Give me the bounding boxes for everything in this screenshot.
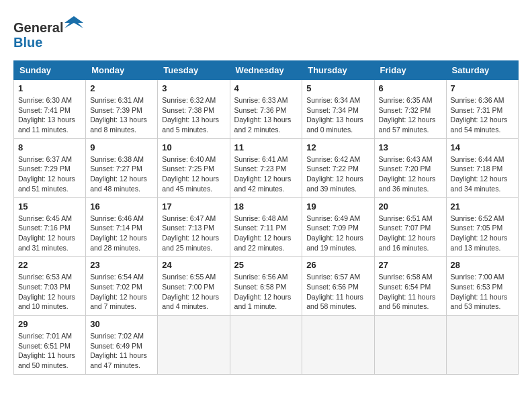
day-number: 19 bbox=[306, 201, 369, 212]
calendar-day: 26 Sunrise: 6:57 AM Sunset: 6:56 PM Dayl… bbox=[302, 257, 374, 316]
day-info: Sunrise: 6:37 AM Sunset: 7:29 PM Dayligh… bbox=[18, 154, 81, 194]
calendar-day: 27 Sunrise: 6:58 AM Sunset: 6:54 PM Dayl… bbox=[374, 257, 446, 316]
calendar-day: 20 Sunrise: 6:51 AM Sunset: 7:07 PM Dayl… bbox=[374, 197, 446, 257]
day-number: 14 bbox=[451, 142, 514, 152]
calendar-week-3: 15 Sunrise: 6:45 AM Sunset: 7:16 PM Dayl… bbox=[14, 197, 519, 257]
day-number: 12 bbox=[306, 142, 369, 152]
calendar-day: 7 Sunrise: 6:36 AM Sunset: 7:31 PM Dayli… bbox=[446, 80, 518, 139]
col-header-saturday: Saturday bbox=[446, 61, 518, 80]
calendar-table: SundayMondayTuesdayWednesdayThursdayFrid… bbox=[13, 60, 519, 375]
day-number: 6 bbox=[379, 83, 442, 93]
day-info: Sunrise: 6:38 AM Sunset: 7:27 PM Dayligh… bbox=[90, 154, 153, 194]
logo: General Blue bbox=[13, 13, 83, 50]
day-info: Sunrise: 6:33 AM Sunset: 7:36 PM Dayligh… bbox=[234, 95, 298, 135]
day-number: 2 bbox=[90, 83, 153, 93]
calendar-day: 3 Sunrise: 6:32 AM Sunset: 7:38 PM Dayli… bbox=[158, 80, 230, 139]
calendar-day: 12 Sunrise: 6:42 AM Sunset: 7:22 PM Dayl… bbox=[302, 138, 374, 197]
day-info: Sunrise: 6:42 AM Sunset: 7:22 PM Dayligh… bbox=[306, 154, 369, 194]
logo-text: General bbox=[13, 13, 83, 35]
calendar-day: 13 Sunrise: 6:43 AM Sunset: 7:20 PM Dayl… bbox=[374, 138, 446, 197]
logo-blue-text: Blue bbox=[13, 35, 83, 50]
day-number: 15 bbox=[18, 201, 81, 212]
day-number: 30 bbox=[90, 319, 153, 329]
day-number: 13 bbox=[379, 142, 442, 152]
day-info: Sunrise: 6:36 AM Sunset: 7:31 PM Dayligh… bbox=[451, 95, 514, 135]
day-info: Sunrise: 7:00 AM Sunset: 6:53 PM Dayligh… bbox=[451, 272, 514, 312]
day-number: 10 bbox=[162, 142, 225, 152]
day-number: 25 bbox=[234, 260, 298, 270]
day-number: 17 bbox=[162, 201, 225, 212]
calendar-day: 4 Sunrise: 6:33 AM Sunset: 7:36 PM Dayli… bbox=[230, 80, 302, 139]
calendar-day: 5 Sunrise: 6:34 AM Sunset: 7:34 PM Dayli… bbox=[302, 80, 374, 139]
day-info: Sunrise: 6:30 AM Sunset: 7:41 PM Dayligh… bbox=[18, 95, 81, 135]
day-number: 20 bbox=[379, 201, 442, 212]
day-number: 4 bbox=[234, 83, 298, 93]
calendar-week-5: 29 Sunrise: 7:01 AM Sunset: 6:51 PM Dayl… bbox=[14, 316, 519, 375]
calendar-day: 24 Sunrise: 6:55 AM Sunset: 7:00 PM Dayl… bbox=[158, 257, 230, 316]
calendar-day bbox=[230, 316, 302, 375]
day-number: 28 bbox=[451, 260, 514, 270]
calendar-day: 8 Sunrise: 6:37 AM Sunset: 7:29 PM Dayli… bbox=[14, 138, 86, 197]
calendar-day: 2 Sunrise: 6:31 AM Sunset: 7:39 PM Dayli… bbox=[86, 80, 158, 139]
day-info: Sunrise: 6:47 AM Sunset: 7:13 PM Dayligh… bbox=[162, 214, 225, 253]
col-header-thursday: Thursday bbox=[302, 61, 374, 80]
day-info: Sunrise: 7:02 AM Sunset: 6:49 PM Dayligh… bbox=[90, 331, 153, 371]
day-info: Sunrise: 6:55 AM Sunset: 7:00 PM Dayligh… bbox=[162, 272, 225, 312]
day-info: Sunrise: 6:44 AM Sunset: 7:18 PM Dayligh… bbox=[451, 154, 514, 194]
col-header-monday: Monday bbox=[86, 61, 158, 80]
day-number: 5 bbox=[306, 83, 369, 93]
calendar-week-4: 22 Sunrise: 6:53 AM Sunset: 7:03 PM Dayl… bbox=[14, 257, 519, 316]
day-info: Sunrise: 6:56 AM Sunset: 6:58 PM Dayligh… bbox=[234, 272, 298, 312]
day-info: Sunrise: 6:41 AM Sunset: 7:23 PM Dayligh… bbox=[234, 154, 298, 194]
day-info: Sunrise: 6:57 AM Sunset: 6:56 PM Dayligh… bbox=[306, 272, 369, 312]
day-info: Sunrise: 6:40 AM Sunset: 7:25 PM Dayligh… bbox=[162, 154, 225, 194]
day-number: 18 bbox=[234, 201, 298, 212]
calendar-day: 28 Sunrise: 7:00 AM Sunset: 6:53 PM Dayl… bbox=[446, 257, 518, 316]
calendar-day: 18 Sunrise: 6:48 AM Sunset: 7:11 PM Dayl… bbox=[230, 197, 302, 257]
day-info: Sunrise: 7:01 AM Sunset: 6:51 PM Dayligh… bbox=[18, 331, 81, 371]
day-number: 26 bbox=[306, 260, 369, 270]
svg-marker-0 bbox=[64, 16, 83, 28]
calendar-week-2: 8 Sunrise: 6:37 AM Sunset: 7:29 PM Dayli… bbox=[14, 138, 519, 197]
day-info: Sunrise: 6:53 AM Sunset: 7:03 PM Dayligh… bbox=[18, 272, 81, 312]
day-number: 9 bbox=[90, 142, 153, 152]
day-info: Sunrise: 6:54 AM Sunset: 7:02 PM Dayligh… bbox=[90, 272, 153, 312]
calendar-day bbox=[302, 316, 374, 375]
calendar-day bbox=[374, 316, 446, 375]
calendar-day: 9 Sunrise: 6:38 AM Sunset: 7:27 PM Dayli… bbox=[86, 138, 158, 197]
calendar-day: 6 Sunrise: 6:35 AM Sunset: 7:32 PM Dayli… bbox=[374, 80, 446, 139]
page-header: General Blue bbox=[13, 13, 519, 50]
day-number: 7 bbox=[451, 83, 514, 93]
day-info: Sunrise: 6:31 AM Sunset: 7:39 PM Dayligh… bbox=[90, 95, 153, 135]
calendar-week-1: 1 Sunrise: 6:30 AM Sunset: 7:41 PM Dayli… bbox=[14, 80, 519, 139]
calendar-day: 21 Sunrise: 6:52 AM Sunset: 7:05 PM Dayl… bbox=[446, 197, 518, 257]
day-number: 21 bbox=[451, 201, 514, 212]
day-info: Sunrise: 6:45 AM Sunset: 7:16 PM Dayligh… bbox=[18, 214, 81, 253]
day-number: 27 bbox=[379, 260, 442, 270]
day-info: Sunrise: 6:48 AM Sunset: 7:11 PM Dayligh… bbox=[234, 214, 298, 253]
calendar-day: 10 Sunrise: 6:40 AM Sunset: 7:25 PM Dayl… bbox=[158, 138, 230, 197]
calendar-day: 22 Sunrise: 6:53 AM Sunset: 7:03 PM Dayl… bbox=[14, 257, 86, 316]
day-number: 23 bbox=[90, 260, 153, 270]
day-number: 16 bbox=[90, 201, 153, 212]
calendar-day: 14 Sunrise: 6:44 AM Sunset: 7:18 PM Dayl… bbox=[446, 138, 518, 197]
day-info: Sunrise: 6:49 AM Sunset: 7:09 PM Dayligh… bbox=[306, 214, 369, 253]
calendar-day: 16 Sunrise: 6:46 AM Sunset: 7:14 PM Dayl… bbox=[86, 197, 158, 257]
calendar-day: 25 Sunrise: 6:56 AM Sunset: 6:58 PM Dayl… bbox=[230, 257, 302, 316]
day-info: Sunrise: 6:46 AM Sunset: 7:14 PM Dayligh… bbox=[90, 214, 153, 253]
col-header-tuesday: Tuesday bbox=[158, 61, 230, 80]
col-header-friday: Friday bbox=[374, 61, 446, 80]
day-number: 29 bbox=[18, 319, 81, 329]
day-number: 3 bbox=[162, 83, 225, 93]
calendar-day: 19 Sunrise: 6:49 AM Sunset: 7:09 PM Dayl… bbox=[302, 197, 374, 257]
calendar-day bbox=[446, 316, 518, 375]
day-info: Sunrise: 6:32 AM Sunset: 7:38 PM Dayligh… bbox=[162, 95, 225, 135]
col-header-wednesday: Wednesday bbox=[230, 61, 302, 80]
day-number: 22 bbox=[18, 260, 81, 270]
day-info: Sunrise: 6:51 AM Sunset: 7:07 PM Dayligh… bbox=[379, 214, 442, 253]
calendar-day: 11 Sunrise: 6:41 AM Sunset: 7:23 PM Dayl… bbox=[230, 138, 302, 197]
day-number: 11 bbox=[234, 142, 298, 152]
calendar-day: 30 Sunrise: 7:02 AM Sunset: 6:49 PM Dayl… bbox=[86, 316, 158, 375]
col-header-sunday: Sunday bbox=[14, 61, 86, 80]
day-number: 24 bbox=[162, 260, 225, 270]
